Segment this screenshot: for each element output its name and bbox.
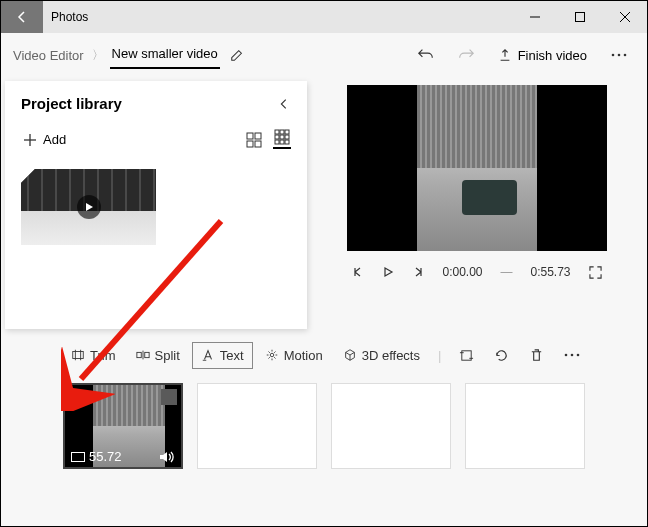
trim-button[interactable]: Trim — [63, 343, 124, 368]
svg-rect-16 — [275, 135, 279, 139]
back-button[interactable] — [1, 1, 43, 33]
redo-button[interactable] — [448, 37, 484, 73]
svg-rect-17 — [280, 135, 284, 139]
svg-rect-18 — [285, 135, 289, 139]
motion-label: Motion — [284, 348, 323, 363]
breadcrumb-root[interactable]: Video Editor — [11, 44, 86, 67]
finish-video-label: Finish video — [518, 48, 587, 63]
fullscreen-button[interactable] — [589, 266, 602, 279]
svg-point-34 — [571, 354, 574, 357]
undo-button[interactable] — [408, 37, 444, 73]
svg-rect-22 — [73, 352, 84, 359]
prev-frame-button[interactable] — [352, 266, 364, 278]
breadcrumb: Video Editor 〉 New smaller video — [11, 42, 244, 69]
trim-icon — [71, 348, 85, 362]
svg-point-5 — [618, 54, 621, 57]
project-library-panel: Project library Add — [5, 81, 307, 329]
svg-rect-14 — [280, 130, 284, 134]
storyboard: 55.72 — [1, 377, 647, 483]
svg-point-4 — [612, 54, 615, 57]
svg-rect-25 — [136, 352, 140, 357]
more-button[interactable] — [601, 37, 637, 73]
video-preview[interactable] — [347, 85, 607, 251]
edit-name-icon[interactable] — [230, 48, 244, 62]
split-icon — [136, 348, 150, 362]
collapse-library-button[interactable] — [277, 97, 291, 111]
titlebar: Photos — [1, 1, 647, 33]
svg-rect-21 — [285, 140, 289, 144]
time-separator: — — [501, 265, 513, 279]
svg-rect-9 — [247, 133, 253, 139]
svg-rect-1 — [575, 13, 584, 22]
3d-effects-label: 3D effects — [362, 348, 420, 363]
toolbar-separator: | — [432, 348, 447, 363]
add-label: Add — [43, 132, 66, 147]
svg-point-33 — [565, 354, 568, 357]
close-button[interactable] — [602, 1, 647, 33]
rotate-button[interactable] — [486, 343, 517, 368]
play-overlay-icon — [77, 195, 101, 219]
clip-duration: 55.72 — [89, 449, 122, 464]
clip-volume-button[interactable] — [159, 450, 175, 464]
split-label: Split — [155, 348, 180, 363]
storyboard-empty-slot[interactable] — [197, 383, 317, 469]
add-media-button[interactable]: Add — [21, 128, 68, 151]
top-toolbar: Video Editor 〉 New smaller video Finish … — [1, 33, 647, 77]
storyboard-more-button[interactable] — [556, 348, 588, 362]
library-video-thumbnail[interactable] — [21, 169, 156, 245]
storyboard-empty-slot[interactable] — [331, 383, 451, 469]
storyboard-clip[interactable]: 55.72 — [63, 383, 183, 469]
resize-button[interactable] — [451, 343, 482, 368]
export-icon — [498, 48, 512, 62]
window-controls — [512, 1, 647, 33]
duration-icon — [71, 452, 85, 462]
svg-point-35 — [577, 354, 580, 357]
finish-video-button[interactable]: Finish video — [488, 42, 597, 69]
svg-rect-15 — [285, 130, 289, 134]
trash-icon — [529, 348, 544, 363]
plus-icon — [23, 133, 37, 147]
split-button[interactable]: Split — [128, 343, 188, 368]
grid-large-view-button[interactable] — [245, 131, 263, 149]
svg-rect-20 — [280, 140, 284, 144]
text-button[interactable]: Text — [192, 342, 253, 369]
total-duration: 0:55.73 — [531, 265, 571, 279]
maximize-button[interactable] — [557, 1, 602, 33]
project-library-title: Project library — [21, 95, 122, 112]
breadcrumb-current[interactable]: New smaller video — [110, 42, 220, 69]
grid-small-view-button[interactable] — [273, 131, 291, 149]
text-label: Text — [220, 348, 244, 363]
current-time: 0:00.00 — [442, 265, 482, 279]
preview-panel: 0:00.00 — 0:55.73 — [307, 77, 647, 329]
clip-selection-checkbox[interactable] — [161, 389, 177, 405]
svg-rect-10 — [255, 133, 261, 139]
chevron-right-icon: 〉 — [86, 47, 110, 64]
svg-rect-36 — [72, 452, 85, 461]
svg-point-6 — [624, 54, 627, 57]
rotate-icon — [494, 348, 509, 363]
crop-icon — [459, 348, 474, 363]
trim-label: Trim — [90, 348, 116, 363]
svg-rect-19 — [275, 140, 279, 144]
storyboard-toolbar: Trim Split Text Motion 3D effects | — [1, 329, 647, 377]
text-icon — [201, 348, 215, 362]
delete-button[interactable] — [521, 343, 552, 368]
more-icon — [564, 353, 580, 357]
svg-rect-26 — [144, 352, 148, 357]
svg-point-29 — [270, 353, 274, 357]
svg-rect-12 — [255, 141, 261, 147]
svg-rect-13 — [275, 130, 279, 134]
3d-effects-icon — [343, 348, 357, 362]
3d-effects-button[interactable]: 3D effects — [335, 343, 428, 368]
play-button[interactable] — [382, 266, 394, 278]
next-frame-button[interactable] — [412, 266, 424, 278]
storyboard-empty-slot[interactable] — [465, 383, 585, 469]
app-title: Photos — [43, 10, 88, 24]
motion-button[interactable]: Motion — [257, 343, 331, 368]
svg-rect-11 — [247, 141, 253, 147]
motion-icon — [265, 348, 279, 362]
minimize-button[interactable] — [512, 1, 557, 33]
